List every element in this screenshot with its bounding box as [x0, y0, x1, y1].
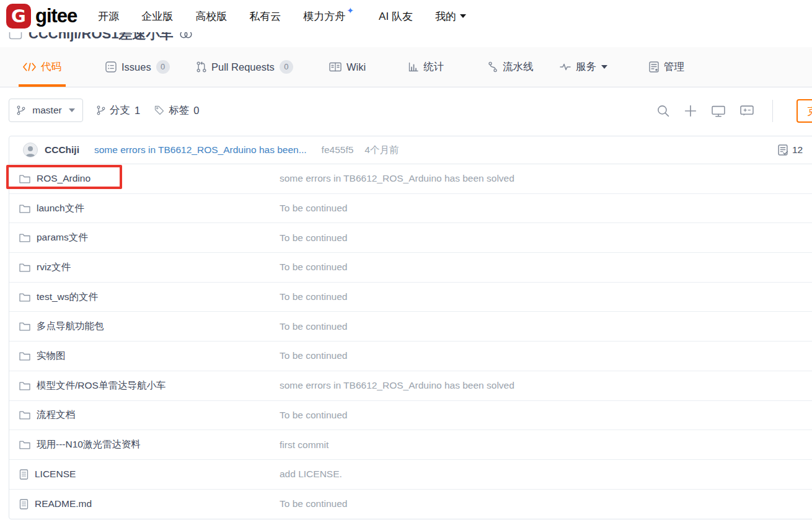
stats-icon — [408, 62, 418, 72]
pr-count-badge: 0 — [280, 60, 293, 74]
file-commit-message[interactable]: some errors in TB6612_ROS_Arduino has be… — [280, 380, 514, 391]
chevron-down-icon — [601, 65, 607, 69]
chevron-down-icon — [460, 14, 466, 18]
nav-item-label: 高校版 — [195, 9, 227, 24]
tab-code[interactable]: 代码 — [19, 47, 66, 87]
code-icon — [23, 63, 36, 71]
gitee-logo-icon[interactable]: G — [6, 4, 31, 29]
repo-title[interactable]: CCChiji/ROS1差速小车 — [29, 32, 173, 43]
commits-count-link[interactable]: 12 — [778, 144, 803, 156]
file-link[interactable]: 现用---N10激光雷达资料 — [9, 438, 280, 451]
file-commit-message[interactable]: To be continued — [280, 291, 347, 302]
table-row: LICENSE add LICENSE. — [9, 460, 812, 490]
table-row: params文件 To be continued — [9, 223, 812, 253]
folder-icon — [19, 410, 30, 420]
file-link[interactable]: 多点导航功能包 — [9, 320, 280, 333]
web-ide-icon[interactable] — [712, 105, 725, 117]
commit-time: 4个月前 — [364, 144, 399, 157]
file-name: 流程文档 — [37, 408, 75, 421]
commits-icon — [778, 144, 788, 156]
tab-label: 流水线 — [503, 60, 534, 74]
tab-statistics[interactable]: 统计 — [404, 47, 448, 87]
feedback-icon[interactable] — [740, 105, 754, 117]
commits-count: 12 — [792, 144, 803, 156]
tab-manage[interactable]: 管理 — [645, 47, 689, 87]
chevron-down-icon — [69, 108, 75, 112]
pipeline-icon — [488, 61, 498, 73]
nav-item-ai-teammate[interactable]: AI 队友 — [379, 9, 413, 24]
file-link[interactable]: 模型文件/ROS单雷达导航小车 — [9, 379, 280, 392]
file-link[interactable]: ROS_Ardino — [9, 173, 280, 184]
commit-author[interactable]: CCChiji — [45, 144, 79, 156]
clone-download-button[interactable]: 克隆/ — [797, 99, 812, 123]
brand-name[interactable]: gitee — [35, 5, 77, 27]
file-name: 多点导航功能包 — [37, 320, 104, 333]
file-link[interactable]: rviz文件 — [9, 261, 280, 274]
tab-pipelines[interactable]: 流水线 — [483, 47, 538, 87]
table-row: 现用---N10激光雷达资料 first commit — [9, 430, 812, 460]
file-commit-message[interactable]: To be continued — [280, 232, 347, 244]
file-commit-message[interactable]: To be continued — [280, 498, 347, 509]
nav-item-enterprise[interactable]: 企业版 — [141, 9, 173, 24]
file-commit-message[interactable]: To be continued — [280, 350, 347, 361]
nav-menu: 开源 企业版 高校版 私有云 模力方舟✦ AI 队友 我的 — [98, 9, 466, 24]
file-link[interactable]: test_ws的文件 — [9, 291, 280, 304]
file-link[interactable]: launch文件 — [9, 202, 280, 215]
table-row: rviz文件 To be continued — [9, 253, 812, 283]
branches-link[interactable]: 分支 1 — [97, 104, 140, 117]
file-name: LICENSE — [35, 469, 76, 480]
file-commit-message[interactable]: add LICENSE. — [280, 469, 342, 480]
table-row: test_ws的文件 To be continued — [9, 283, 812, 312]
table-row: 模型文件/ROS单雷达导航小车 some errors in TB6612_RO… — [9, 371, 812, 401]
file-commit-message[interactable]: To be continued — [280, 203, 347, 214]
table-row: ROS_Ardino some errors in TB6612_ROS_Ard… — [9, 164, 812, 194]
table-row: 流程文档 To be continued — [9, 401, 812, 431]
branch-meta: 分支 1 标签 0 — [97, 104, 199, 117]
issues-icon — [105, 61, 117, 73]
repo-title-row: CCChiji/ROS1差速小车 — [0, 32, 812, 47]
commit-message-link[interactable]: some errors in TB6612_ROS_Arduino has be… — [94, 144, 307, 156]
folder-icon — [19, 233, 30, 242]
search-icon[interactable] — [657, 105, 669, 117]
file-commit-message[interactable]: To be continued — [280, 410, 347, 421]
sparkle-icon: ✦ — [346, 6, 354, 15]
file-icon — [19, 469, 29, 480]
tab-services[interactable]: 服务 — [555, 47, 612, 87]
top-navbar: G gitee 开源 企业版 高校版 私有云 模力方舟✦ AI 队友 我的 — [0, 0, 812, 32]
repo-tabbar: 代码 Issues 0 Pull Requests 0 Wiki 统计 — [0, 47, 812, 87]
file-link[interactable]: README.md — [9, 498, 280, 509]
tags-link[interactable]: 标签 0 — [154, 104, 199, 117]
folder-icon — [19, 322, 30, 331]
nav-item-education[interactable]: 高校版 — [195, 9, 227, 24]
file-link[interactable]: params文件 — [9, 231, 280, 244]
tab-label: 服务 — [576, 60, 596, 74]
plus-icon[interactable] — [684, 105, 697, 117]
file-commit-message[interactable]: first commit — [280, 439, 329, 451]
repo-icon — [9, 32, 22, 40]
nav-item-opensource[interactable]: 开源 — [98, 9, 119, 24]
file-name: rviz文件 — [37, 261, 71, 274]
tags-count: 0 — [193, 105, 199, 117]
nav-item-model-ark[interactable]: 模力方舟✦ — [303, 9, 356, 24]
file-name: launch文件 — [37, 202, 84, 215]
file-commit-message[interactable]: To be continued — [280, 262, 347, 273]
file-name: params文件 — [37, 231, 88, 244]
file-link[interactable]: 流程文档 — [9, 408, 280, 421]
repo-toolbar: 克隆/ — [657, 99, 812, 123]
branch-selector[interactable]: master — [9, 99, 83, 122]
nav-item-mine[interactable]: 我的 — [435, 9, 466, 24]
tab-issues[interactable]: Issues 0 — [101, 47, 174, 87]
file-tree-panel: CCChiji some errors in TB6612_ROS_Arduin… — [9, 136, 812, 519]
tab-pull-requests[interactable]: Pull Requests 0 — [192, 47, 298, 87]
tab-wiki[interactable]: Wiki — [325, 47, 370, 87]
file-link[interactable]: LICENSE — [9, 469, 280, 480]
file-commit-message[interactable]: some errors in TB6612_ROS_Arduino has be… — [280, 173, 514, 184]
file-commit-message[interactable]: To be continued — [280, 321, 347, 332]
folder-icon — [19, 204, 30, 213]
tab-label: Wiki — [346, 61, 366, 73]
nav-item-private-cloud[interactable]: 私有云 — [249, 9, 281, 24]
avatar[interactable] — [23, 143, 38, 157]
commit-hash[interactable]: fe455f5 — [322, 144, 354, 156]
tags-label: 标签 — [169, 104, 189, 117]
file-link[interactable]: 实物图 — [9, 350, 280, 363]
